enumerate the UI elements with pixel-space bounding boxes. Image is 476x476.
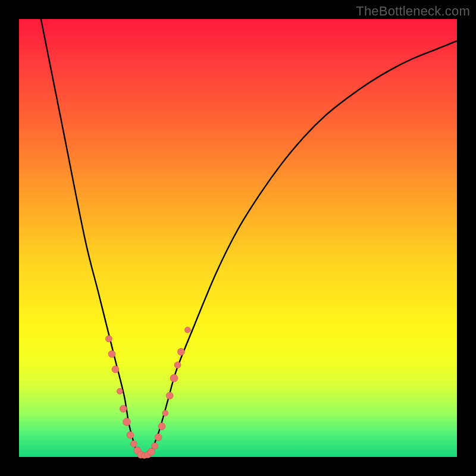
watermark-text: TheBottleneck.com xyxy=(356,4,470,19)
curve-marker xyxy=(117,389,123,394)
curve-marker xyxy=(174,362,181,368)
chart-svg xyxy=(19,19,457,457)
curve-marker xyxy=(127,431,134,439)
bottleneck-curve xyxy=(41,19,457,458)
curve-marker xyxy=(155,434,162,441)
marker-layer xyxy=(105,327,190,459)
curve-marker xyxy=(120,405,127,412)
plot-area xyxy=(19,19,457,457)
curve-marker xyxy=(130,440,137,447)
curve-marker xyxy=(108,350,115,358)
curve-marker xyxy=(166,392,173,399)
curve-marker xyxy=(184,327,190,333)
curve-marker xyxy=(158,422,165,430)
chart-frame: TheBottleneck.com xyxy=(0,0,476,476)
curve-marker xyxy=(162,410,168,416)
curve-marker xyxy=(177,348,184,355)
curve-marker xyxy=(112,366,119,373)
curve-marker xyxy=(152,443,158,449)
curve-marker xyxy=(123,418,131,426)
curve-marker xyxy=(170,374,178,382)
curve-marker xyxy=(105,336,112,342)
